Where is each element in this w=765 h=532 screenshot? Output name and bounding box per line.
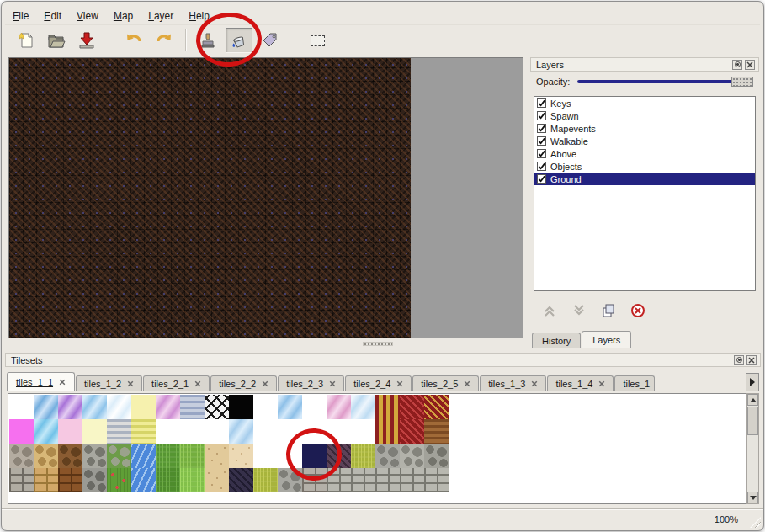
tile-swatch-r3-c7[interactable] (156, 444, 180, 468)
close-panel-button[interactable] (746, 355, 757, 365)
tileset-tab-tiles_1_2[interactable]: tiles_1_2 (76, 375, 142, 391)
tile-swatch-r4-c12[interactable] (278, 468, 302, 492)
menu-view[interactable]: View (69, 8, 106, 24)
tab-close-icon[interactable] (531, 379, 538, 389)
tile-swatch-r4-c2[interactable] (34, 468, 58, 492)
tile-swatch-r1-c14[interactable] (327, 395, 351, 419)
opacity-slider-handle[interactable] (731, 77, 753, 87)
layer-row-ground[interactable]: Ground (534, 173, 755, 185)
splitter-grip[interactable] (363, 342, 393, 346)
tileset-tab-tiles_1[interactable]: tiles_1 (614, 375, 655, 391)
tile-swatch-r4-c3[interactable] (58, 468, 82, 492)
map-canvas[interactable] (9, 58, 411, 338)
tab-close-icon[interactable] (127, 379, 134, 389)
tileset-tab-tiles_2_5[interactable]: tiles_2_5 (412, 375, 479, 391)
tile-swatch-r4-c7[interactable] (156, 468, 180, 492)
layer-visibility-checkbox[interactable] (537, 174, 546, 184)
tile-swatch-r3-c6[interactable] (131, 444, 156, 468)
tile-swatch-r4-c5[interactable] (107, 468, 131, 492)
tile-swatch-r3-c5[interactable] (107, 444, 131, 468)
tile-swatch-r3-c18[interactable] (424, 444, 449, 468)
menu-layer[interactable]: Layer (141, 8, 181, 24)
layer-visibility-checkbox[interactable] (537, 111, 546, 120)
tab-close-icon[interactable] (194, 379, 201, 389)
tile-swatch-r2-c7[interactable] (156, 419, 180, 444)
tileset-tab-tiles_1_1[interactable]: tiles_1_1 (7, 372, 75, 391)
tab-close-icon[interactable] (464, 379, 470, 389)
resize-grip[interactable] (750, 517, 761, 528)
tile-swatch-r4-c18[interactable] (424, 468, 449, 492)
tile-swatch-r3-c11[interactable] (253, 444, 278, 468)
scrollbar-down-button[interactable] (747, 492, 758, 503)
tile-swatch-r1-c12[interactable] (278, 395, 302, 419)
tile-swatch-r4-c6[interactable] (131, 468, 156, 492)
tile-swatch-r4-c8[interactable] (180, 468, 205, 492)
tile-swatch-r1-c16[interactable] (375, 395, 400, 419)
opacity-slider[interactable] (577, 76, 753, 88)
tile-swatch-r1-c13[interactable] (302, 395, 327, 419)
tile-swatch-r3-c12[interactable] (278, 444, 302, 468)
undo-button[interactable] (121, 28, 146, 53)
scrollbar-up-button[interactable] (747, 394, 758, 406)
tileset-tab-tiles_1_4[interactable]: tiles_1_4 (547, 375, 614, 391)
tileset-tabs-scroll-right-button[interactable] (746, 373, 759, 391)
layer-row-objects[interactable]: Objects (534, 160, 755, 173)
tile-swatch-r3-c15[interactable] (351, 444, 375, 468)
tile-swatch-r1-c3[interactable] (58, 395, 82, 419)
menu-file[interactable]: File (5, 8, 36, 24)
lower-layer-button[interactable] (570, 302, 588, 319)
tab-close-icon[interactable] (262, 379, 268, 389)
tile-swatch-r3-c16[interactable] (375, 444, 400, 468)
tile-swatch-r1-c8[interactable] (180, 395, 205, 419)
menu-help[interactable]: Help (181, 8, 217, 24)
tile-swatch-r2-c6[interactable] (131, 419, 156, 444)
tile-swatch-r1-c11[interactable] (253, 395, 278, 419)
layer-visibility-checkbox[interactable] (537, 124, 546, 133)
layer-row-spawn[interactable]: Spawn (534, 109, 755, 122)
tile-swatch-r2-c18[interactable] (424, 419, 449, 444)
tile-swatch-r1-c1[interactable] (9, 395, 34, 419)
layer-visibility-checkbox[interactable] (537, 162, 546, 171)
tileset-tab-tiles_2_4[interactable]: tiles_2_4 (345, 375, 412, 391)
tile-swatch-r3-c2[interactable] (34, 444, 58, 468)
layer-visibility-checkbox[interactable] (537, 136, 546, 146)
tile-swatch-r1-c10[interactable] (229, 395, 253, 419)
tile-swatch-r3-c9[interactable] (205, 444, 229, 468)
tile-swatch-r2-c1[interactable] (9, 419, 34, 444)
panel-tab-history[interactable]: History (532, 332, 581, 348)
palette-vertical-scrollbar[interactable] (746, 393, 759, 504)
eraser-tool-button[interactable] (258, 28, 283, 53)
tile-swatch-r1-c15[interactable] (351, 395, 375, 419)
tile-swatch-r2-c17[interactable] (400, 419, 424, 444)
fill-bucket-tool-button[interactable] (226, 28, 252, 53)
vertical-splitter[interactable] (524, 57, 529, 338)
save-button[interactable] (74, 28, 99, 53)
tile-swatch-r4-c11[interactable] (253, 468, 278, 492)
scrollbar-thumb[interactable] (747, 407, 758, 435)
new-file-button[interactable] (13, 28, 39, 53)
tile-swatch-r4-c13[interactable] (302, 468, 327, 492)
layer-row-above[interactable]: Above (534, 147, 755, 160)
float-panel-button[interactable] (734, 355, 744, 365)
tile-swatch-r3-c8[interactable] (180, 444, 205, 468)
tile-swatch-r2-c2[interactable] (34, 419, 58, 444)
tile-swatch-r4-c9[interactable] (205, 468, 229, 492)
tile-swatch-r1-c18[interactable] (424, 395, 449, 419)
tile-swatch-r2-c14[interactable] (327, 419, 351, 444)
tile-swatch-r2-c15[interactable] (351, 419, 375, 444)
tile-swatch-r3-c3[interactable] (58, 444, 82, 468)
open-button[interactable] (44, 28, 69, 53)
horizontal-splitter[interactable] (8, 340, 523, 348)
tile-swatch-r1-c9[interactable] (205, 395, 229, 419)
tile-swatch-r2-c5[interactable] (107, 419, 131, 444)
menu-map[interactable]: Map (106, 8, 141, 24)
tile-swatch-r1-c17[interactable] (400, 395, 424, 419)
tile-swatch-r4-c14[interactable] (327, 468, 351, 492)
tileset-tab-tiles_1_3[interactable]: tiles_1_3 (480, 375, 546, 391)
raise-layer-button[interactable] (540, 302, 559, 319)
tile-swatch-r1-c2[interactable] (34, 395, 58, 419)
tile-swatch-r2-c11[interactable] (253, 419, 278, 444)
tile-swatch-r2-c4[interactable] (82, 419, 107, 444)
tab-close-icon[interactable] (598, 379, 605, 389)
layer-row-mapevents[interactable]: Mapevents (534, 122, 755, 135)
